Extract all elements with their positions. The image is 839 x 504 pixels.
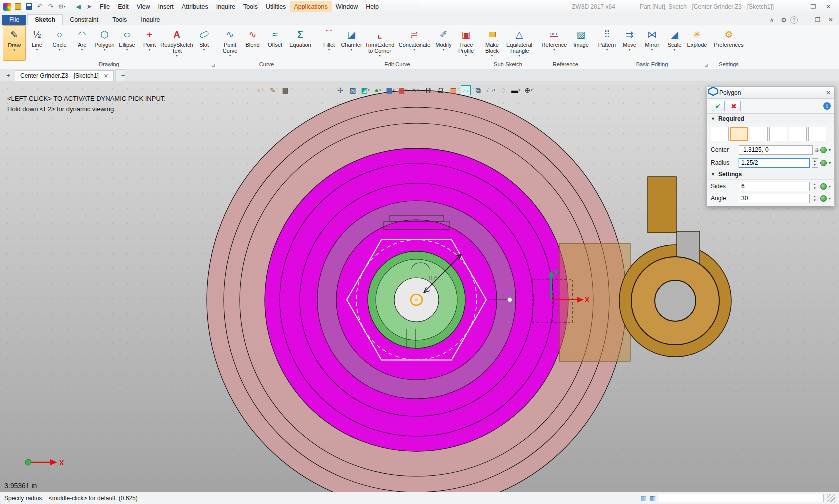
status-input-field[interactable] [659,494,824,502]
dropdown-arrow-icon[interactable]: ▾ [518,54,520,58]
csys-icon[interactable]: ⊕▾ [524,85,534,95]
wireframe-cube-icon[interactable]: ▧ [348,85,358,95]
tab-tools[interactable]: Tools [105,15,134,25]
section-view-icon[interactable]: ▥ [448,85,458,95]
mode-center-circumscribed-button[interactable] [789,127,807,141]
menu-edit[interactable]: Edit [114,1,133,12]
ribbon-item-mirror[interactable]: ⋈ Mirror▾ [641,25,663,61]
mode-center-edge-button[interactable] [769,127,787,141]
globe-icon[interactable] [820,183,827,190]
close-panel-icon[interactable]: ✕ [826,89,831,96]
dropdown-arrow-icon[interactable]: ▾ [13,48,15,52]
redo-icon[interactable]: ↷ [46,2,55,11]
radius-spinner[interactable]: ▲▼ [812,158,818,168]
ribbon-item-ellipse[interactable]: ○ Ellipse▾ [116,25,138,61]
menu-window[interactable]: Window [332,1,362,12]
tab-inquire[interactable]: Inquire [134,15,167,25]
tab-constraint[interactable]: Constraint [63,15,105,25]
ribbon-item-modify[interactable]: ✐ Modify▾ [432,25,455,61]
ribbon-item-equilateral-triangle[interactable]: △ EquilateralTriangle▾ [503,25,535,61]
angle-spinner[interactable]: ▲▼ [812,194,818,203]
menu-utilities[interactable]: Utilities [262,1,290,12]
field-dropdown-icon[interactable]: ▾ [829,148,831,152]
cancel-button[interactable]: ✖ [727,101,741,111]
ribbon-item-image[interactable]: ▨ Image [570,25,592,61]
ribbon-item-pattern[interactable]: ⠿ Pattern▾ [596,25,618,61]
shade-mode-icon[interactable]: ◩▾ [360,85,370,95]
sides-input[interactable] [739,182,810,191]
omega-profile-icon[interactable]: Ω [436,85,446,95]
globe-icon[interactable] [820,147,827,153]
radius-input[interactable] [739,158,810,168]
info-icon[interactable]: i [823,102,831,110]
mode-inscribed-edge-button[interactable] [711,127,729,141]
menu-inquire[interactable]: Inquire [212,1,239,12]
sides-spinner[interactable]: ▲▼ [812,182,818,191]
ribbon-item-point-curve[interactable]: ∿ PointCurve▾ [219,25,241,61]
ribbon-item-chamfer[interactable]: ◪ Chamfer▾ [340,25,363,61]
menu-attributes[interactable]: Attributes [178,1,212,12]
doc-restore-button[interactable]: ❐ [812,15,824,25]
field-dropdown-icon[interactable]: ▾ [829,184,831,189]
dropdown-arrow-icon[interactable]: ▾ [651,48,653,52]
dialog-launcher-icon[interactable]: ⊿ [704,63,708,68]
customize-quick-access-icon[interactable]: ⚙▾ [57,2,66,11]
field-dropdown-icon[interactable]: ▾ [829,196,831,201]
sketch-viewport[interactable]: <LEFT-CLICK> TO ACTIVATE DYNAMIC PICK IN… [0,81,839,492]
ribbon-item-trim-extend[interactable]: ⌞ Trim/Extendto Corner▾ [363,25,397,61]
dropdown-arrow-icon[interactable]: ▾ [491,54,493,58]
ribbon-item-slot[interactable]: Slot▾ [193,25,215,61]
dropdown-arrow-icon[interactable]: ▾ [379,54,381,58]
dropdown-arrow-icon[interactable]: ▾ [629,48,631,52]
ribbon-item-polygon[interactable]: ⬡ Polygon▾ [93,25,116,61]
ribbon-item-readysketch-text[interactable]: A ReadySketchText▾ [161,25,193,61]
dropdown-arrow-icon[interactable]: ▾ [149,48,151,52]
globe-icon[interactable] [820,160,827,166]
dropdown-arrow-icon[interactable]: ▾ [553,48,555,52]
ok-button[interactable]: ✔ [711,101,725,111]
dropdown-arrow-icon[interactable]: ▾ [126,48,128,52]
point-display-icon[interactable]: ○▾ [410,85,421,95]
doc-minimize-button[interactable]: ─ [799,15,811,25]
line-style-icon[interactable]: ▬▾ [511,85,521,95]
dropdown-arrow-icon[interactable]: ▾ [81,48,83,52]
dropdown-arrow-icon[interactable]: ▾ [176,54,178,58]
menu-applications[interactable]: Applications [290,1,331,12]
menu-view[interactable]: View [133,1,154,12]
ribbon-item-move[interactable]: ⇉ Move▾ [618,25,641,61]
polygon-panel-header[interactable]: Polygon ✕ [707,87,834,99]
mode-boundary-button[interactable] [808,127,826,141]
ribbon-item-reference[interactable]: REF Reference▾ [539,25,570,61]
snap-point-dot[interactable] [508,298,512,302]
expand-chevrons-icon[interactable]: ⇊ [815,147,818,153]
dropdown-arrow-icon[interactable]: ▾ [36,48,38,52]
menu-tools[interactable]: Tools [239,1,262,12]
dropdown-arrow-icon[interactable]: ▾ [413,48,415,52]
center-input[interactable] [739,145,813,155]
ribbon-item-line[interactable]: ½ Line▾ [26,25,48,61]
document-tab[interactable]: Center Grinder.Z3 - [Sketch1] ✕ [15,70,114,81]
exit-sketch-icon[interactable]: ⇦ [255,85,265,95]
mode-corner-radius-button[interactable] [750,127,768,141]
minimize-button[interactable]: ─ [791,2,806,12]
ribbon-item-scale[interactable]: ◢ Scale▾ [663,25,686,61]
help-icon[interactable]: ? [790,16,798,24]
edit-pencil-icon[interactable]: ✎ [268,85,278,95]
tab-sketch[interactable]: Sketch [27,14,63,25]
dimension-display-icon[interactable]: H [423,85,433,95]
dropdown-arrow-icon[interactable]: ▾ [606,48,608,52]
new-file-icon[interactable] [13,2,22,11]
menu-file[interactable]: File [96,1,114,12]
dropdown-arrow-icon[interactable]: ▾ [104,48,106,52]
ribbon-item-make-block[interactable]: MakeBlock▾ [481,25,503,61]
ribbon-item-explode[interactable]: ✳ Explode [686,25,708,61]
dropdown-arrow-icon[interactable]: ▾ [465,54,467,58]
plane-display-icon[interactable]: ▱ [461,85,471,95]
ribbon-item-point[interactable]: + Point▾ [138,25,161,61]
pick-arrow-icon[interactable]: ➤ [85,2,94,11]
color-table-icon[interactable]: ▦▾ [398,85,408,95]
menu-insert[interactable]: Insert [154,1,178,12]
dropdown-arrow-icon[interactable]: ▾ [328,48,330,52]
save-icon[interactable] [24,2,33,11]
window-view-icon[interactable]: ▥ [650,494,656,502]
